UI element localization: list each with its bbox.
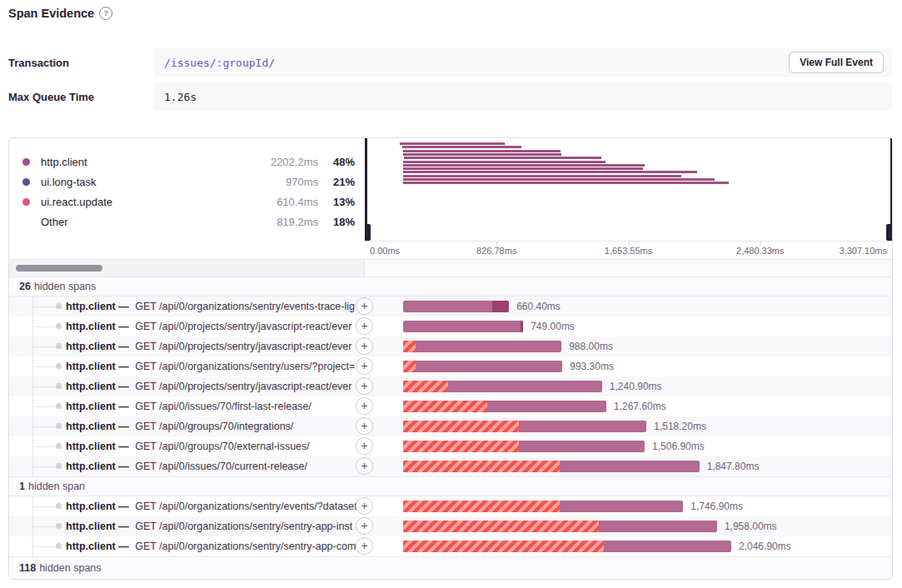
tree-node-dot-icon [56, 323, 62, 329]
expand-span-plus-button[interactable]: + [356, 297, 373, 315]
span-row[interactable]: http.client — GET /api/0/groups/70/integ… [9, 416, 892, 436]
expand-span-plus-button[interactable]: + [356, 337, 373, 355]
minimap-span-bar [403, 164, 645, 167]
expand-span-plus-button[interactable]: + [356, 417, 373, 435]
span-duration-label: 749.00ms [531, 316, 575, 336]
span-row[interactable]: http.client — GET /api/0/groups/70/exter… [9, 436, 892, 456]
span-duration-cell: 1,267.60ms [365, 396, 892, 416]
span-desc: GET /api/0/groups/70/external-issues/ [132, 441, 310, 452]
question-mark-circle-icon[interactable]: ? [99, 7, 112, 20]
horizontal-scrollbar-thumb[interactable] [16, 265, 102, 272]
minimap-span-bar [400, 142, 505, 145]
transaction-value-cell: /issues/:groupId/ View Full Event [154, 48, 892, 77]
tree-node-dot-icon [56, 383, 62, 389]
span-row[interactable]: http.client — GET /api/0/organizations/s… [9, 496, 892, 516]
minimap-chart[interactable] [365, 138, 892, 241]
span-duration-bar [403, 541, 731, 552]
span-description-cell: http.client — GET /api/0/projects/sentry… [9, 376, 365, 396]
legend-item-ui.long-task[interactable]: ui.long-task970ms21% [9, 172, 365, 192]
span-desc: GET /api/0/projects/sentry/javascript-re… [132, 341, 352, 352]
legend-item-http.client[interactable]: http.client2202.2ms48% [9, 152, 365, 172]
tree-node-dot-icon [56, 543, 62, 549]
span-description-cell: http.client — GET /api/0/issues/70/first… [9, 396, 365, 416]
queue-time-hatch [403, 341, 416, 352]
expand-span-plus-button[interactable]: + [356, 397, 373, 415]
span-row[interactable]: http.client — GET /api/0/organizations/s… [9, 356, 892, 376]
span-op: http.client — [66, 341, 129, 352]
minimap-right-handle[interactable] [886, 138, 892, 241]
span-duration-label: 1,506.90ms [652, 436, 705, 456]
span-description-cell: http.client — GET /api/0/organizations/s… [9, 496, 365, 516]
max-queue-time-label: Max Queue Time [0, 82, 154, 111]
span-row[interactable]: http.client — GET /api/0/projects/sentry… [9, 316, 892, 336]
span-description: http.client — GET /api/0/organizations/s… [66, 536, 356, 556]
span-op-legend: http.client2202.2ms48%ui.long-task970ms2… [9, 138, 365, 259]
minimap-left-handle[interactable] [365, 138, 371, 241]
span-description-cell: http.client — GET /api/0/issues/70/curre… [9, 456, 365, 476]
span-duration-label: 1,847.80ms [707, 456, 760, 476]
hidden-spans-count: 118 [19, 562, 36, 574]
expand-span-plus-button[interactable]: + [356, 497, 373, 515]
span-row[interactable]: http.client — GET /api/0/issues/70/curre… [9, 456, 892, 476]
expand-span-plus-button[interactable]: + [356, 317, 373, 335]
span-row[interactable]: http.client — GET /api/0/organizations/s… [9, 296, 892, 316]
tree-connector-horizontal [32, 506, 57, 507]
legend-label: ui.long-task [41, 176, 96, 188]
hidden-spans-row[interactable]: 118hidden spans [9, 556, 892, 579]
hidden-spans-label: hidden spans [39, 562, 101, 574]
view-full-event-button[interactable]: View Full Event [789, 52, 884, 73]
hidden-spans-label: hidden span [28, 481, 85, 492]
queue-time-hatch [403, 541, 604, 552]
hidden-spans-label: hidden spans [34, 281, 96, 292]
span-duration-bar [403, 381, 602, 392]
span-row[interactable]: http.client — GET /api/0/issues/70/first… [9, 396, 892, 416]
legend-dot-icon [22, 158, 30, 166]
legend-item-Other[interactable]: Other819.2ms18% [9, 212, 365, 232]
transaction-link[interactable]: /issues/:groupId/ [164, 57, 275, 69]
tree-connector-horizontal [32, 346, 57, 347]
span-duration-label: 2,046.90ms [739, 536, 791, 556]
minimap-span-bar [403, 150, 561, 152]
span-duration-bar [403, 461, 700, 472]
span-op: http.client — [66, 441, 129, 452]
span-row[interactable]: http.client — GET /api/0/organizations/s… [9, 516, 892, 536]
span-duration-label: 1,518.20ms [654, 416, 706, 436]
span-row[interactable]: http.client — GET /api/0/projects/sentry… [9, 336, 892, 356]
span-duration-bar [403, 421, 646, 432]
span-duration-cell: 2,046.90ms [365, 536, 892, 556]
queue-time-hatch [403, 381, 448, 392]
span-duration-cell: 993.30ms [365, 356, 892, 376]
expand-span-plus-button[interactable]: + [356, 437, 373, 455]
span-op: http.client — [66, 381, 129, 392]
queue-time-hatch [403, 361, 416, 372]
span-row[interactable]: http.client — GET /api/0/projects/sentry… [9, 376, 892, 396]
span-desc: GET /api/0/projects/sentry/javascript-re… [132, 381, 352, 392]
hidden-spans-row[interactable]: 1hidden span [9, 476, 892, 496]
span-bar-tail-segment [521, 321, 523, 332]
legend-duration: 970ms [286, 176, 318, 188]
minimap-span-bar [403, 161, 605, 163]
expand-span-plus-button[interactable]: + [356, 357, 373, 375]
legend-item-ui.react.update[interactable]: ui.react.update610.4ms13% [9, 192, 365, 212]
expand-span-plus-button[interactable]: + [356, 517, 373, 535]
expand-span-plus-button[interactable]: + [356, 377, 373, 395]
queue-time-hatch [403, 501, 560, 512]
tree-connector-horizontal [32, 366, 57, 367]
span-duration-bar [403, 361, 562, 372]
span-desc: GET /api/0/organizations/sentry/sentry-a… [132, 541, 356, 552]
tree-node-dot-icon [56, 463, 62, 469]
axis-tick-label: 1,653.55ms [605, 246, 652, 256]
span-description: http.client — GET /api/0/issues/70/first… [66, 396, 356, 416]
axis-tick-label: 3,307.10ms [840, 246, 887, 256]
span-row[interactable]: http.client — GET /api/0/organizations/s… [9, 536, 892, 556]
span-duration-cell: 1,506.90ms [365, 436, 892, 456]
legend-duration: 610.4ms [277, 196, 318, 208]
tree-connector-horizontal [32, 446, 57, 447]
hidden-spans-row[interactable]: 26hidden spans [9, 277, 892, 296]
expand-span-plus-button[interactable]: + [356, 457, 373, 475]
span-description-cell: http.client — GET /api/0/groups/70/exter… [9, 436, 365, 456]
span-bar-tail-segment [492, 301, 509, 312]
transaction-row: Transaction /issues/:groupId/ View Full … [0, 48, 902, 77]
span-description-cell: http.client — GET /api/0/organizations/s… [9, 516, 365, 536]
expand-span-plus-button[interactable]: + [356, 537, 373, 555]
